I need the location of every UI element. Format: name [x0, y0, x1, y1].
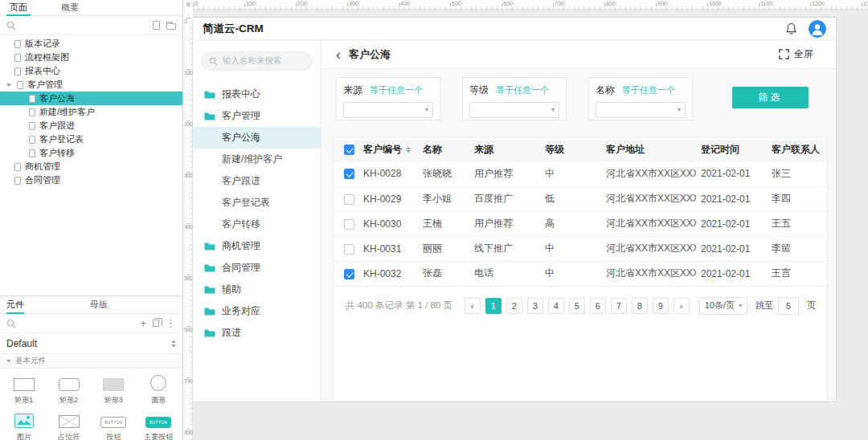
- next-page-button[interactable]: ›: [674, 298, 690, 314]
- tab-masters[interactable]: 母版: [90, 296, 108, 314]
- page-icon: [29, 108, 35, 116]
- row-checkbox[interactable]: [344, 169, 354, 179]
- widget-image[interactable]: 图片: [2, 407, 47, 440]
- tree-item[interactable]: 合同管理: [0, 173, 182, 187]
- tree-item[interactable]: 版本记录: [0, 37, 182, 51]
- back-arrow-icon[interactable]: ‹: [336, 47, 341, 62]
- prev-page-button[interactable]: ‹: [465, 298, 481, 314]
- widget-rectangle1[interactable]: 矩形1: [2, 370, 47, 407]
- filter-source-select[interactable]: ▾: [343, 102, 433, 118]
- tree-item[interactable]: 客户转移: [0, 146, 182, 160]
- filter-operator-link[interactable]: 等于任意一个: [622, 84, 675, 96]
- widgets-search-icon[interactable]: [6, 319, 16, 328]
- page-button-6[interactable]: 6: [590, 298, 606, 314]
- tree-item[interactable]: 流程框架图: [0, 51, 182, 64]
- widget-section-header[interactable]: 基本元件: [0, 354, 182, 369]
- table-row[interactable]: KH-0029李小姐百度推广低河北省XX市XX区XXX2021-02-01李四: [334, 186, 828, 211]
- filter-operator-link[interactable]: 等于任意一个: [370, 84, 423, 96]
- page-button-5[interactable]: 5: [569, 298, 585, 314]
- page-button-2[interactable]: 2: [506, 298, 522, 314]
- workspace-left-panel: 页面 概要 版本记录 流程框架图 报表中心 客户管理 客户公海 新建/维护客户 …: [0, 0, 183, 440]
- menu-item[interactable]: 跟进: [193, 322, 321, 344]
- menu-item[interactable]: 客户登记表: [193, 192, 321, 214]
- select-all-checkbox[interactable]: [344, 145, 354, 155]
- menu-item[interactable]: 客户转移: [193, 214, 321, 235]
- v-ruler-label: 100: [184, 70, 192, 75]
- v-ruler-label: 200: [184, 121, 192, 127]
- widget-button[interactable]: BUTTON 按钮: [92, 407, 137, 440]
- pages-search-icon[interactable]: [6, 21, 16, 31]
- user-avatar[interactable]: [809, 20, 826, 38]
- jump-unit: 页: [807, 299, 816, 312]
- tree-item[interactable]: 客户跟进: [0, 119, 182, 132]
- page-button-1[interactable]: 1: [485, 298, 502, 314]
- add-library-icon[interactable]: +: [140, 318, 146, 328]
- tab-pages[interactable]: 页面: [6, 0, 31, 16]
- tree-item-expanded[interactable]: 客户管理: [0, 78, 182, 92]
- expand-caret-icon[interactable]: [6, 84, 11, 87]
- tree-item[interactable]: 新建/维护客户: [0, 105, 182, 119]
- filter-operator-link[interactable]: 等于任意一个: [496, 84, 549, 96]
- menu-item[interactable]: 商机管理: [193, 235, 321, 257]
- menu-item-reports[interactable]: 报表中心: [193, 84, 321, 105]
- row-checkbox[interactable]: [344, 194, 354, 205]
- page-button-9[interactable]: 9: [653, 298, 669, 314]
- library-select[interactable]: Default: [0, 333, 182, 354]
- page-button-7[interactable]: 7: [611, 298, 627, 314]
- filter-button[interactable]: 筛选: [732, 87, 809, 108]
- tab-outline[interactable]: 概要: [58, 0, 82, 16]
- more-options-icon[interactable]: ⋮: [166, 318, 176, 328]
- tree-item[interactable]: 客户登记表: [0, 132, 182, 146]
- page-button-4[interactable]: 4: [548, 298, 564, 314]
- menu-item-label: 新建/维护客户: [222, 153, 282, 166]
- add-folder-icon[interactable]: [166, 21, 176, 30]
- column-header-sortable[interactable]: 客户编号: [358, 137, 418, 161]
- add-page-icon[interactable]: [153, 21, 160, 30]
- menu-item[interactable]: 业务对应: [193, 300, 321, 322]
- page-size-select[interactable]: 10条/页 ▾: [699, 297, 747, 315]
- widget-circle[interactable]: 圆形: [136, 370, 181, 407]
- jump-page-input[interactable]: 5: [778, 297, 799, 315]
- row-checkbox[interactable]: [344, 269, 354, 279]
- v-ruler-label: 700: [184, 378, 192, 384]
- page-icon: [29, 136, 35, 144]
- page-button-3[interactable]: 3: [527, 298, 543, 314]
- menu-item-customer-mgmt[interactable]: 客户管理: [193, 105, 321, 127]
- tree-item-selected[interactable]: 客户公海: [0, 92, 182, 105]
- menu-item[interactable]: 新建/维护客户: [193, 149, 321, 170]
- menu-item[interactable]: 辅助: [193, 279, 321, 300]
- library-select-caret-icon: [171, 340, 176, 348]
- fullscreen-button[interactable]: 全屏: [779, 47, 813, 61]
- column-label: 来源: [474, 144, 493, 155]
- tree-item[interactable]: 报表中心: [0, 64, 182, 78]
- widget-primary-button[interactable]: BUTTON 主要按钮: [136, 407, 181, 440]
- menu-item[interactable]: 客户跟进: [193, 170, 321, 192]
- copy-icon[interactable]: [153, 320, 159, 327]
- filter-name-select[interactable]: ▾: [596, 102, 686, 118]
- menu-item[interactable]: 合同管理: [193, 257, 321, 279]
- row-checkbox[interactable]: [344, 244, 354, 255]
- widget-rectangle3[interactable]: 矩形3: [92, 370, 137, 407]
- pagination-bar: 共 400 条记录 第 1 / 80 页 ‹ 123456789 › 10条/页…: [334, 287, 827, 325]
- folder-icon: [204, 242, 215, 251]
- pagination-summary: 共 400 条记录 第 1 / 80 页: [346, 299, 452, 312]
- tree-item-label: 客户跟进: [39, 120, 75, 132]
- table-row[interactable]: KH-0030王楠用户推荐高河北省XX市XX区XXX2021-02-01王五: [334, 211, 828, 236]
- table-row[interactable]: KH-0032张磊电话中河北省XX市XX区XXX2021-02-01王言: [334, 261, 828, 286]
- sort-icon[interactable]: [406, 147, 411, 153]
- widget-rectangle2[interactable]: 矩形2: [47, 370, 92, 407]
- menu-item-customer-pool-selected[interactable]: 客户公海: [193, 127, 321, 149]
- tab-widgets[interactable]: 元件: [6, 296, 24, 314]
- table-row[interactable]: KH-0031丽丽线下推广中河北省XX市XX区XXX2021-02-01李留: [334, 236, 828, 261]
- proto-search-input[interactable]: 输入名称来搜索: [201, 51, 313, 71]
- table-row[interactable]: KH-0028张晓晓用户推荐中河北省XX市XX区XXX2021-02-01张三: [334, 161, 828, 186]
- notification-bell-icon[interactable]: [785, 22, 797, 35]
- widget-grid: 矩形1 矩形2 矩形3 圆形 图片 占位符 BUTTON 按钮 BUTTON 主…: [0, 369, 182, 440]
- filter-level-select[interactable]: ▾: [469, 102, 559, 118]
- widget-placeholder[interactable]: 占位符: [47, 407, 92, 440]
- pages-toolbar: [0, 16, 182, 35]
- page-button-8[interactable]: 8: [632, 298, 648, 314]
- design-canvas[interactable]: 简道云-CRM 输入名称来搜索 报表中心 客户管理 客户公海 新建/维护客户 客…: [193, 10, 868, 440]
- tree-item[interactable]: 商机管理: [0, 160, 182, 173]
- row-checkbox[interactable]: [344, 219, 354, 230]
